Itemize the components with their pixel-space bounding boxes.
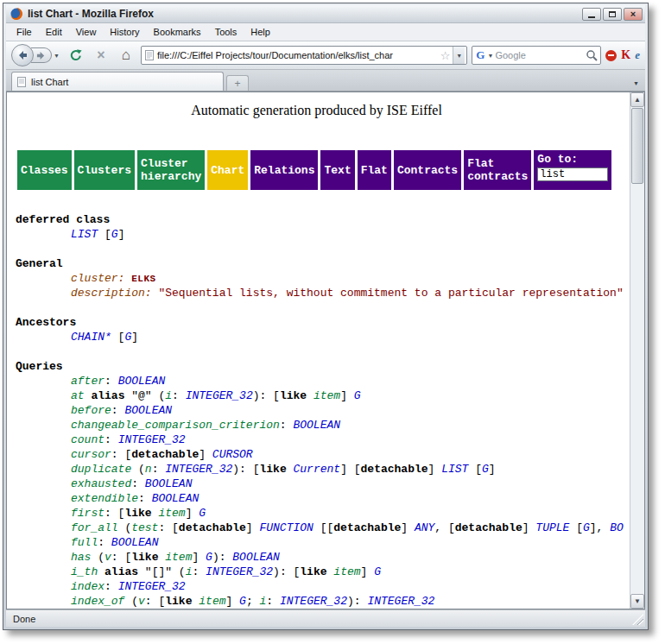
extension-icon-red-badge[interactable] [605, 50, 617, 61]
feature-link[interactable]: count [71, 433, 104, 446]
chart-nav-text[interactable]: Text [320, 150, 354, 190]
history-dropdown-icon[interactable]: ▼ [52, 53, 61, 59]
feature-link[interactable]: item [165, 551, 192, 564]
maximize-button[interactable] [603, 8, 622, 21]
menu-tools[interactable]: Tools [208, 24, 244, 40]
class-link[interactable]: BOOLEAN [124, 404, 172, 417]
forward-button[interactable] [31, 47, 52, 63]
feature-link[interactable]: v [104, 551, 111, 564]
class-link[interactable]: INTEGER_32 [206, 565, 273, 578]
class-link[interactable]: INTEGER_32 [367, 595, 434, 608]
search-input[interactable] [495, 50, 586, 60]
chart-nav-contracts[interactable]: Contracts [394, 150, 461, 190]
class-link[interactable]: TUPLE [535, 521, 569, 534]
menu-bookmarks[interactable]: Bookmarks [147, 24, 208, 40]
class-link[interactable]: INTEGER_32 [118, 580, 186, 593]
goto-input[interactable] [537, 167, 608, 181]
feature-link[interactable]: exhausted [71, 477, 131, 490]
feature-link[interactable]: index [71, 580, 104, 593]
class-link[interactable]: G [354, 389, 361, 402]
feature-link[interactable]: n [145, 463, 152, 476]
feature-link[interactable]: for_all [71, 521, 118, 534]
title-bar[interactable]: list Chart - Mozilla Firefox × [6, 5, 645, 23]
search-magnifier-icon[interactable] [586, 49, 598, 61]
feature-link[interactable]: item [199, 595, 225, 608]
back-button[interactable] [11, 44, 34, 66]
feature-link[interactable]: item [158, 507, 185, 520]
menu-file[interactable]: File [10, 24, 39, 40]
class-link[interactable]: BOOLEAN [111, 536, 159, 549]
feature-link[interactable]: first [71, 507, 104, 520]
class-link[interactable]: INTEGER_32 [280, 595, 347, 608]
chart-nav-chart[interactable]: Chart [207, 150, 248, 190]
class-link[interactable]: G [111, 228, 118, 241]
feature-link[interactable]: full [71, 536, 98, 549]
class-link[interactable]: LIST [441, 463, 468, 476]
class-link[interactable]: BOOLEAN [232, 551, 280, 564]
feature-link[interactable]: changeable_comparison_criterion [71, 419, 280, 432]
chart-nav-flat-contracts[interactable]: Flat contracts [464, 150, 531, 190]
class-link[interactable]: FUNCTION [259, 521, 313, 534]
feature-link[interactable]: duplicate [71, 463, 131, 476]
feature-link[interactable]: item [333, 565, 360, 578]
class-link[interactable]: BOOLEAN [145, 477, 193, 490]
class-link[interactable]: BOOLEAN [152, 492, 200, 505]
feature-link[interactable]: after [71, 375, 104, 388]
feature-link[interactable]: before [71, 404, 111, 417]
feature-link[interactable]: extendible [71, 492, 138, 505]
class-link[interactable]: BOOLEAN [118, 375, 166, 388]
search-box[interactable]: G ▼ [472, 46, 601, 65]
class-link[interactable]: G [239, 595, 246, 608]
class-link[interactable]: LIST [71, 228, 98, 241]
bookmark-star-icon[interactable]: ☆ [438, 49, 453, 62]
new-tab-button[interactable]: + [226, 75, 249, 91]
chart-nav-flat[interactable]: Flat [358, 150, 391, 190]
chart-nav-classes[interactable]: Classes [17, 150, 72, 190]
feature-link[interactable]: i [165, 389, 172, 402]
close-button[interactable]: × [624, 8, 643, 21]
class-link[interactable]: G [206, 551, 212, 564]
class-link[interactable]: CHAIN* [71, 331, 111, 344]
chart-nav-clusters[interactable]: Clusters [74, 150, 135, 190]
minimize-button[interactable] [582, 8, 601, 21]
class-link[interactable]: BOOLEAN [293, 419, 340, 432]
home-button[interactable]: ⌂ [116, 45, 136, 66]
menu-help[interactable]: Help [244, 24, 277, 40]
feature-link[interactable]: i_th [71, 565, 98, 578]
extension-icon-k[interactable]: K [621, 48, 630, 62]
scrollbar-thumb[interactable] [631, 108, 643, 184]
menu-history[interactable]: History [103, 24, 146, 40]
search-engine-dropdown-icon[interactable]: ▼ [485, 53, 495, 59]
class-link[interactable]: INTEGER_32 [118, 433, 186, 446]
list-all-tabs-button[interactable]: ▼ [633, 80, 639, 86]
class-link[interactable]: G [374, 565, 381, 578]
reload-button[interactable] [66, 45, 86, 66]
scroll-up-button[interactable]: ▲ [630, 92, 644, 107]
url-input[interactable] [157, 50, 438, 60]
feature-link[interactable]: at [71, 389, 85, 402]
menu-view[interactable]: View [69, 24, 104, 40]
vertical-scrollbar[interactable]: ▲ ▼ [630, 92, 644, 609]
class-link[interactable]: G [199, 507, 206, 520]
feature-link[interactable]: index_of [71, 595, 124, 608]
resize-grip[interactable] [632, 614, 643, 625]
scroll-down-button[interactable]: ▼ [630, 594, 644, 609]
stop-button[interactable]: × [91, 45, 111, 66]
class-link[interactable]: INTEGER_32 [186, 389, 253, 402]
class-link[interactable]: G [482, 463, 489, 476]
chart-nav-cluster-hierarchy[interactable]: Cluster hierarchy [137, 150, 205, 190]
feature-link[interactable]: has [71, 551, 91, 564]
class-link[interactable]: Current [294, 463, 341, 476]
class-link[interactable]: CURSOR [212, 448, 253, 461]
class-link[interactable]: ANY [415, 521, 434, 534]
class-link[interactable]: BO [610, 521, 624, 534]
class-link[interactable]: G [583, 521, 590, 534]
feature-link[interactable]: test [131, 521, 158, 534]
cluster-link[interactable]: ELKS [131, 274, 155, 284]
class-link[interactable]: INTEGER_32 [165, 463, 232, 476]
feature-link[interactable]: v [138, 595, 145, 608]
feature-link[interactable]: item [314, 389, 340, 402]
menu-edit[interactable]: Edit [39, 24, 69, 40]
feature-link[interactable]: cursor [71, 448, 111, 461]
tab-list-chart[interactable]: list Chart [11, 72, 224, 91]
